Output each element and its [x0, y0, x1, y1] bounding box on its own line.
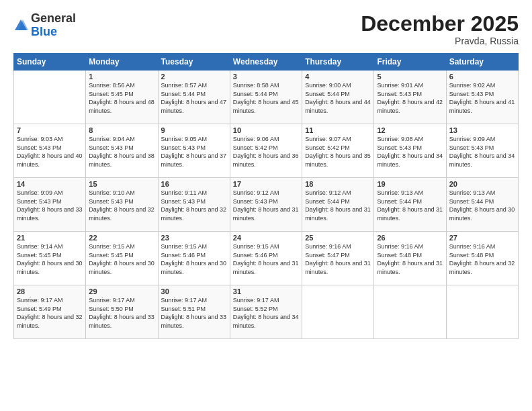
calendar-cell: 10Sunrise: 9:06 AMSunset: 5:42 PMDayligh…	[230, 124, 302, 178]
calendar-cell: 7Sunrise: 9:03 AMSunset: 5:43 PMDaylight…	[14, 124, 86, 178]
day-info: Sunrise: 9:10 AMSunset: 5:43 PMDaylight:…	[89, 189, 154, 222]
day-number: 5	[377, 73, 443, 81]
calendar-cell: 3Sunrise: 8:58 AMSunset: 5:44 PMDaylight…	[230, 71, 302, 124]
day-info: Sunrise: 9:17 AMSunset: 5:49 PMDaylight:…	[17, 296, 83, 330]
day-number: 1	[89, 73, 154, 81]
day-info: Sunrise: 9:15 AMSunset: 5:46 PMDaylight:…	[233, 242, 299, 276]
calendar-cell: 11Sunrise: 9:07 AMSunset: 5:42 PMDayligh…	[302, 124, 374, 178]
day-number: 27	[449, 234, 515, 242]
calendar-cell: 4Sunrise: 9:00 AMSunset: 5:44 PMDaylight…	[302, 71, 374, 124]
day-info: Sunrise: 9:13 AMSunset: 5:44 PMDaylight:…	[449, 189, 515, 222]
calendar-cell: 23Sunrise: 9:15 AMSunset: 5:46 PMDayligh…	[158, 232, 230, 285]
calendar-cell: 24Sunrise: 9:15 AMSunset: 5:46 PMDayligh…	[230, 232, 302, 285]
header: General Blue December 2025 Pravda, Russi…	[13, 12, 519, 46]
calendar-cell: 27Sunrise: 9:16 AMSunset: 5:48 PMDayligh…	[446, 232, 518, 285]
calendar-cell: 25Sunrise: 9:16 AMSunset: 5:47 PMDayligh…	[302, 232, 374, 285]
calendar-cell: 2Sunrise: 8:57 AMSunset: 5:44 PMDaylight…	[158, 71, 230, 124]
day-number: 8	[89, 126, 154, 134]
day-number: 26	[377, 234, 443, 242]
calendar-cell: 30Sunrise: 9:17 AMSunset: 5:51 PMDayligh…	[158, 285, 230, 339]
day-info: Sunrise: 9:17 AMSunset: 5:52 PMDaylight:…	[233, 296, 299, 330]
day-number: 17	[233, 180, 299, 188]
day-number: 18	[305, 180, 371, 188]
calendar-cell: 20Sunrise: 9:13 AMSunset: 5:44 PMDayligh…	[446, 178, 518, 232]
day-info: Sunrise: 9:16 AMSunset: 5:47 PMDaylight:…	[305, 242, 371, 276]
day-number: 12	[377, 126, 443, 134]
day-number: 10	[233, 126, 299, 134]
day-number: 15	[89, 180, 154, 188]
day-info: Sunrise: 9:04 AMSunset: 5:43 PMDaylight:…	[89, 135, 154, 169]
calendar-cell: 1Sunrise: 8:56 AMSunset: 5:45 PMDaylight…	[86, 71, 158, 124]
day-info: Sunrise: 9:05 AMSunset: 5:43 PMDaylight:…	[161, 135, 227, 169]
day-number: 4	[305, 73, 371, 81]
calendar-cell: 8Sunrise: 9:04 AMSunset: 5:43 PMDaylight…	[86, 124, 158, 178]
page: General Blue December 2025 Pravda, Russi…	[0, 0, 532, 411]
calendar-week-row: 21Sunrise: 9:14 AMSunset: 5:45 PMDayligh…	[14, 232, 519, 285]
calendar-cell: 15Sunrise: 9:10 AMSunset: 5:43 PMDayligh…	[86, 178, 158, 232]
calendar-cell: 18Sunrise: 9:12 AMSunset: 5:44 PMDayligh…	[302, 178, 374, 232]
day-info: Sunrise: 9:11 AMSunset: 5:43 PMDaylight:…	[161, 189, 227, 222]
calendar-cell: 14Sunrise: 9:09 AMSunset: 5:43 PMDayligh…	[14, 178, 86, 232]
day-info: Sunrise: 9:00 AMSunset: 5:44 PMDaylight:…	[305, 81, 371, 115]
month-title: December 2025	[361, 12, 519, 36]
calendar-cell: 19Sunrise: 9:13 AMSunset: 5:44 PMDayligh…	[374, 178, 446, 232]
day-info: Sunrise: 9:15 AMSunset: 5:46 PMDaylight:…	[161, 242, 227, 276]
day-number: 31	[233, 287, 299, 295]
day-info: Sunrise: 9:02 AMSunset: 5:43 PMDaylight:…	[449, 81, 515, 115]
calendar-cell	[374, 285, 446, 339]
day-info: Sunrise: 8:57 AMSunset: 5:44 PMDaylight:…	[161, 81, 227, 115]
day-number: 11	[305, 126, 371, 134]
day-info: Sunrise: 9:14 AMSunset: 5:45 PMDaylight:…	[17, 242, 83, 276]
calendar-week-row: 14Sunrise: 9:09 AMSunset: 5:43 PMDayligh…	[14, 178, 519, 232]
col-header-friday: Friday	[374, 54, 446, 71]
day-info: Sunrise: 9:16 AMSunset: 5:48 PMDaylight:…	[449, 242, 515, 276]
calendar-cell: 9Sunrise: 9:05 AMSunset: 5:43 PMDaylight…	[158, 124, 230, 178]
col-header-thursday: Thursday	[302, 54, 374, 71]
col-header-sunday: Sunday	[14, 54, 86, 71]
calendar-cell: 28Sunrise: 9:17 AMSunset: 5:49 PMDayligh…	[14, 285, 86, 339]
calendar-cell: 22Sunrise: 9:15 AMSunset: 5:45 PMDayligh…	[86, 232, 158, 285]
day-info: Sunrise: 8:56 AMSunset: 5:45 PMDaylight:…	[89, 81, 154, 115]
day-info: Sunrise: 9:06 AMSunset: 5:42 PMDaylight:…	[233, 135, 299, 169]
day-number: 25	[305, 234, 371, 242]
logo-blue-text: Blue	[31, 25, 57, 38]
calendar-cell: 13Sunrise: 9:09 AMSunset: 5:43 PMDayligh…	[446, 124, 518, 178]
calendar-cell: 5Sunrise: 9:01 AMSunset: 5:43 PMDaylight…	[374, 71, 446, 124]
title-block: December 2025 Pravda, Russia	[361, 12, 519, 46]
day-info: Sunrise: 9:08 AMSunset: 5:43 PMDaylight:…	[377, 135, 443, 169]
day-info: Sunrise: 9:13 AMSunset: 5:44 PMDaylight:…	[377, 189, 443, 222]
day-info: Sunrise: 9:17 AMSunset: 5:50 PMDaylight:…	[89, 296, 154, 330]
calendar-cell: 17Sunrise: 9:12 AMSunset: 5:43 PMDayligh…	[230, 178, 302, 232]
calendar-cell: 29Sunrise: 9:17 AMSunset: 5:50 PMDayligh…	[86, 285, 158, 339]
day-info: Sunrise: 9:03 AMSunset: 5:43 PMDaylight:…	[17, 135, 83, 169]
calendar-table: SundayMondayTuesdayWednesdayThursdayFrid…	[13, 53, 519, 339]
day-number: 30	[161, 287, 227, 295]
day-info: Sunrise: 9:16 AMSunset: 5:48 PMDaylight:…	[377, 242, 443, 276]
calendar-cell: 12Sunrise: 9:08 AMSunset: 5:43 PMDayligh…	[374, 124, 446, 178]
day-number: 19	[377, 180, 443, 188]
calendar-cell	[446, 285, 518, 339]
day-number: 6	[449, 73, 515, 81]
calendar-week-row: 7Sunrise: 9:03 AMSunset: 5:43 PMDaylight…	[14, 124, 519, 178]
day-info: Sunrise: 9:01 AMSunset: 5:43 PMDaylight:…	[377, 81, 443, 115]
calendar-cell: 6Sunrise: 9:02 AMSunset: 5:43 PMDaylight…	[446, 71, 518, 124]
calendar-week-row: 28Sunrise: 9:17 AMSunset: 5:49 PMDayligh…	[14, 285, 519, 339]
col-header-tuesday: Tuesday	[158, 54, 230, 71]
day-number: 23	[161, 234, 227, 242]
day-number: 22	[89, 234, 154, 242]
calendar-cell	[302, 285, 374, 339]
calendar-cell: 21Sunrise: 9:14 AMSunset: 5:45 PMDayligh…	[14, 232, 86, 285]
logo-icon	[13, 18, 28, 33]
day-number: 13	[449, 126, 515, 134]
location: Pravda, Russia	[361, 36, 519, 46]
day-info: Sunrise: 9:09 AMSunset: 5:43 PMDaylight:…	[449, 135, 515, 169]
col-header-monday: Monday	[86, 54, 158, 71]
calendar-header-row: SundayMondayTuesdayWednesdayThursdayFrid…	[14, 54, 519, 71]
day-info: Sunrise: 9:07 AMSunset: 5:42 PMDaylight:…	[305, 135, 371, 169]
calendar-cell: 26Sunrise: 9:16 AMSunset: 5:48 PMDayligh…	[374, 232, 446, 285]
day-number: 3	[233, 73, 299, 81]
day-number: 20	[449, 180, 515, 188]
day-info: Sunrise: 8:58 AMSunset: 5:44 PMDaylight:…	[233, 81, 299, 115]
day-info: Sunrise: 9:15 AMSunset: 5:45 PMDaylight:…	[89, 242, 154, 276]
day-number: 21	[17, 234, 83, 242]
